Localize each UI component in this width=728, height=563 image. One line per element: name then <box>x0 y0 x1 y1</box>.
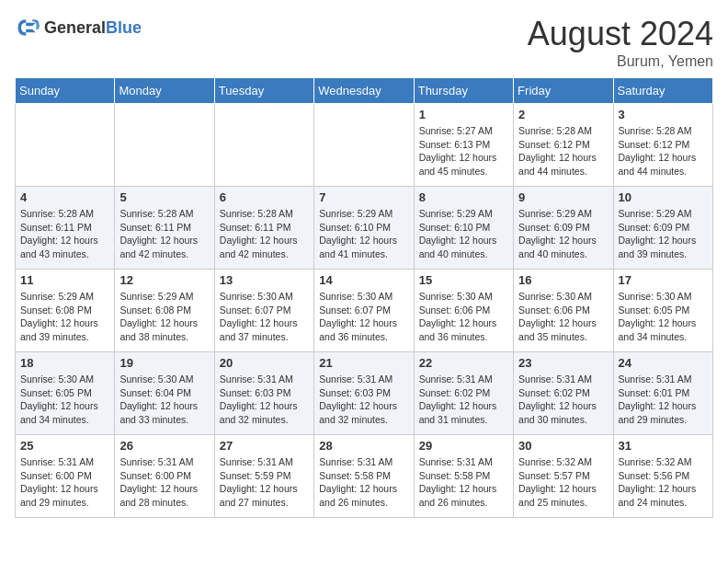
calendar-cell: 19Sunrise: 5:30 AMSunset: 6:04 PMDayligh… <box>115 352 214 435</box>
col-header-wednesday: Wednesday <box>314 78 414 104</box>
month-year: August 2024 <box>528 15 713 53</box>
day-info: Sunrise: 5:30 AMSunset: 6:06 PMDaylight:… <box>419 290 508 344</box>
day-info: Sunrise: 5:28 AMSunset: 6:11 PMDaylight:… <box>119 207 209 261</box>
day-info: Sunrise: 5:28 AMSunset: 6:11 PMDaylight:… <box>220 207 309 261</box>
day-info: Sunrise: 5:29 AMSunset: 6:10 PMDaylight:… <box>419 207 508 261</box>
calendar-cell: 25Sunrise: 5:31 AMSunset: 6:00 PMDayligh… <box>16 435 115 518</box>
calendar-cell: 20Sunrise: 5:31 AMSunset: 6:03 PMDayligh… <box>214 352 313 435</box>
calendar-cell: 22Sunrise: 5:31 AMSunset: 6:02 PMDayligh… <box>414 352 513 435</box>
day-info: Sunrise: 5:31 AMSunset: 6:03 PMDaylight:… <box>220 373 309 427</box>
day-info: Sunrise: 5:31 AMSunset: 5:58 PMDaylight:… <box>419 455 508 510</box>
day-number: 26 <box>119 439 209 453</box>
week-row-5: 25Sunrise: 5:31 AMSunset: 6:00 PMDayligh… <box>16 435 713 518</box>
calendar-cell: 5Sunrise: 5:28 AMSunset: 6:11 PMDaylight… <box>115 187 214 270</box>
week-row-1: 1Sunrise: 5:27 AMSunset: 6:13 PMDaylight… <box>16 104 713 187</box>
day-number: 7 <box>319 190 408 204</box>
day-number: 25 <box>20 439 109 453</box>
calendar-cell: 3Sunrise: 5:28 AMSunset: 6:12 PMDaylight… <box>613 104 712 187</box>
day-info: Sunrise: 5:32 AMSunset: 5:57 PMDaylight:… <box>518 455 608 510</box>
day-number: 10 <box>619 190 708 204</box>
calendar-cell: 16Sunrise: 5:30 AMSunset: 6:06 PMDayligh… <box>514 270 613 352</box>
col-header-monday: Monday <box>115 78 214 104</box>
day-info: Sunrise: 5:31 AMSunset: 6:02 PMDaylight:… <box>419 373 508 427</box>
day-info: Sunrise: 5:30 AMSunset: 6:05 PMDaylight:… <box>619 290 708 344</box>
calendar-cell: 11Sunrise: 5:29 AMSunset: 6:08 PMDayligh… <box>16 270 115 352</box>
day-number: 29 <box>419 439 508 453</box>
day-info: Sunrise: 5:29 AMSunset: 6:08 PMDaylight:… <box>20 290 109 344</box>
day-number: 3 <box>619 108 708 121</box>
day-number: 28 <box>319 439 408 453</box>
day-number: 19 <box>119 356 209 370</box>
day-number: 13 <box>220 273 309 287</box>
day-info: Sunrise: 5:31 AMSunset: 6:02 PMDaylight:… <box>518 373 608 427</box>
calendar-cell: 31Sunrise: 5:32 AMSunset: 5:56 PMDayligh… <box>613 435 712 518</box>
day-number: 4 <box>20 190 109 204</box>
day-info: Sunrise: 5:31 AMSunset: 6:01 PMDaylight:… <box>619 373 708 427</box>
day-number: 30 <box>518 439 608 453</box>
calendar-cell: 14Sunrise: 5:30 AMSunset: 6:07 PMDayligh… <box>314 270 414 352</box>
calendar-cell: 2Sunrise: 5:28 AMSunset: 6:12 PMDaylight… <box>514 104 613 187</box>
day-info: Sunrise: 5:29 AMSunset: 6:08 PMDaylight:… <box>119 290 209 344</box>
col-header-sunday: Sunday <box>16 78 115 104</box>
day-number: 17 <box>619 273 708 287</box>
day-info: Sunrise: 5:31 AMSunset: 6:00 PMDaylight:… <box>119 455 209 510</box>
week-row-2: 4Sunrise: 5:28 AMSunset: 6:11 PMDaylight… <box>16 187 713 270</box>
day-info: Sunrise: 5:28 AMSunset: 6:12 PMDaylight:… <box>518 124 608 178</box>
day-info: Sunrise: 5:28 AMSunset: 6:12 PMDaylight:… <box>619 124 708 178</box>
day-number: 24 <box>619 356 708 370</box>
day-info: Sunrise: 5:29 AMSunset: 6:10 PMDaylight:… <box>319 207 408 261</box>
day-number: 23 <box>518 356 608 370</box>
day-info: Sunrise: 5:27 AMSunset: 6:13 PMDaylight:… <box>419 124 508 178</box>
col-header-saturday: Saturday <box>613 78 712 104</box>
calendar-cell <box>115 104 214 187</box>
day-number: 22 <box>419 356 508 370</box>
day-info: Sunrise: 5:30 AMSunset: 6:04 PMDaylight:… <box>119 373 209 427</box>
day-number: 6 <box>220 190 309 204</box>
calendar-cell <box>314 104 414 187</box>
day-info: Sunrise: 5:28 AMSunset: 6:11 PMDaylight:… <box>20 207 109 261</box>
calendar-cell: 8Sunrise: 5:29 AMSunset: 6:10 PMDaylight… <box>414 187 513 270</box>
day-number: 11 <box>20 273 109 287</box>
calendar-cell: 24Sunrise: 5:31 AMSunset: 6:01 PMDayligh… <box>613 352 712 435</box>
calendar-cell: 7Sunrise: 5:29 AMSunset: 6:10 PMDaylight… <box>314 187 414 270</box>
day-info: Sunrise: 5:31 AMSunset: 5:58 PMDaylight:… <box>319 455 408 510</box>
day-number: 8 <box>419 190 508 204</box>
day-info: Sunrise: 5:29 AMSunset: 6:09 PMDaylight:… <box>619 207 708 261</box>
day-info: Sunrise: 5:29 AMSunset: 6:09 PMDaylight:… <box>518 207 608 261</box>
day-number: 18 <box>20 356 109 370</box>
calendar-cell <box>16 104 115 187</box>
calendar-cell: 12Sunrise: 5:29 AMSunset: 6:08 PMDayligh… <box>115 270 214 352</box>
calendar-cell: 18Sunrise: 5:30 AMSunset: 6:05 PMDayligh… <box>16 352 115 435</box>
logo: GeneralBlue <box>15 15 142 40</box>
logo-icon <box>15 15 40 40</box>
day-info: Sunrise: 5:30 AMSunset: 6:05 PMDaylight:… <box>20 373 109 427</box>
calendar-cell: 29Sunrise: 5:31 AMSunset: 5:58 PMDayligh… <box>414 435 513 518</box>
header: GeneralBlue August 2024 Burum, Yemen <box>15 15 713 70</box>
col-header-friday: Friday <box>514 78 613 104</box>
day-number: 14 <box>319 273 408 287</box>
day-number: 12 <box>119 273 209 287</box>
day-number: 21 <box>319 356 408 370</box>
week-row-3: 11Sunrise: 5:29 AMSunset: 6:08 PMDayligh… <box>16 270 713 352</box>
week-row-4: 18Sunrise: 5:30 AMSunset: 6:05 PMDayligh… <box>16 352 713 435</box>
calendar-cell: 23Sunrise: 5:31 AMSunset: 6:02 PMDayligh… <box>514 352 613 435</box>
calendar-cell: 6Sunrise: 5:28 AMSunset: 6:11 PMDaylight… <box>214 187 313 270</box>
col-header-thursday: Thursday <box>414 78 513 104</box>
calendar-cell: 27Sunrise: 5:31 AMSunset: 5:59 PMDayligh… <box>214 435 313 518</box>
day-number: 5 <box>119 190 209 204</box>
calendar-cell: 26Sunrise: 5:31 AMSunset: 6:00 PMDayligh… <box>115 435 214 518</box>
day-info: Sunrise: 5:30 AMSunset: 6:07 PMDaylight:… <box>319 290 408 344</box>
calendar-cell: 30Sunrise: 5:32 AMSunset: 5:57 PMDayligh… <box>514 435 613 518</box>
day-info: Sunrise: 5:31 AMSunset: 6:03 PMDaylight:… <box>319 373 408 427</box>
calendar-table: SundayMondayTuesdayWednesdayThursdayFrid… <box>15 77 713 518</box>
calendar-cell: 13Sunrise: 5:30 AMSunset: 6:07 PMDayligh… <box>214 270 313 352</box>
day-number: 31 <box>619 439 708 453</box>
calendar-cell: 17Sunrise: 5:30 AMSunset: 6:05 PMDayligh… <box>613 270 712 352</box>
day-number: 27 <box>220 439 309 453</box>
day-number: 1 <box>419 108 508 121</box>
day-number: 9 <box>518 190 608 204</box>
day-number: 20 <box>220 356 309 370</box>
logo-text: GeneralBlue <box>44 18 142 38</box>
calendar-cell <box>214 104 313 187</box>
day-number: 2 <box>518 108 608 121</box>
